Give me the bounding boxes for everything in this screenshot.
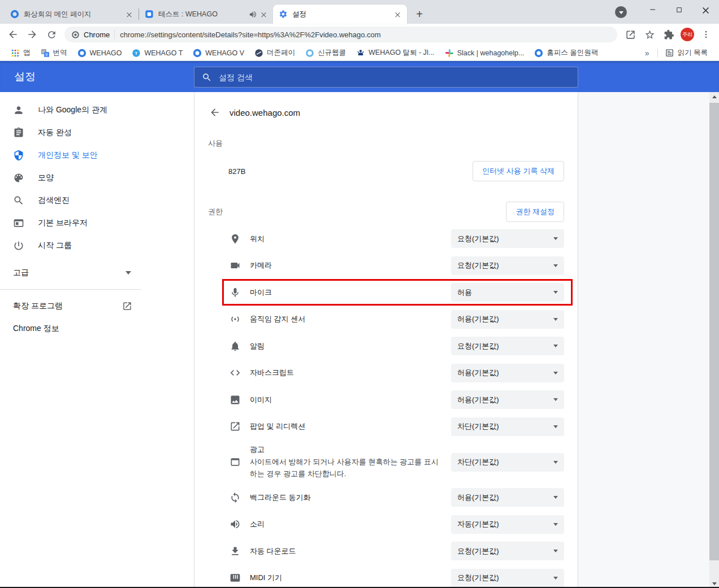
permission-row: 카메라요청(기본값) [208,252,564,280]
permission-select[interactable]: 차단(기본값) [451,453,564,472]
bookmark-item[interactable]: G文번역 [41,48,67,58]
permission-select[interactable]: 요청(기본값) [451,229,564,248]
permission-row: MIDI 기기요청(기본값) [208,565,564,588]
tab-1[interactable]: 화상회의 메인 페이지 [5,5,138,24]
permission-select[interactable]: 허용 [451,283,564,302]
bookmark-item[interactable]: 신규웹콜 [305,48,346,58]
reload-button[interactable] [43,26,60,43]
profile-avatar[interactable]: 주리 [681,28,694,41]
tab-close-icon[interactable] [258,9,268,19]
tab-title: 설정 [292,10,392,19]
chevron-down-icon [553,550,558,552]
permission-label: 움직임 감지 센서 [250,314,444,324]
bookmark-item[interactable]: 더존페이 [254,48,295,58]
scrollbar-thumb[interactable] [709,103,719,560]
puzzle-icon [664,29,674,40]
sidebar-item[interactable]: 자동 완성 [0,121,141,144]
back-button[interactable] [5,26,21,43]
bookmark-item[interactable]: WEHAGO 탈퇴 - JI... [356,48,435,58]
reset-permissions-button[interactable]: 권한 재설정 [506,202,564,222]
palette-icon [13,172,24,184]
permission-select[interactable]: 요청(기본값) [451,337,564,355]
person-icon [13,104,24,116]
bookmark-label: 번역 [53,48,67,58]
permission-text: 이미지 [250,395,451,405]
share-button[interactable] [622,26,639,43]
minimize-button[interactable] [639,0,666,19]
permission-label: 자바스크립트 [250,368,444,378]
permission-select[interactable]: 요청(기본값) [451,569,564,587]
settings-content: 나와 Google의 관계자동 완성개인정보 및 보안모양검색엔진기본 브라우저… [0,92,719,588]
permission-value: 요청(기본값) [457,260,499,271]
permission-value: 허용(기본값) [457,493,499,503]
permission-select[interactable]: 허용(기본값) [451,364,564,382]
sidebar-item-extensions[interactable]: 확장 프로그램 [0,295,141,317]
clear-data-button[interactable]: 인터넷 사용 기록 삭제 [473,161,564,181]
menu-button[interactable] [698,26,714,43]
sidebar-item[interactable]: 개인정보 및 보안 [0,144,141,167]
maximize-button[interactable] [666,0,692,19]
permission-label: 이미지 [250,395,444,405]
permission-select[interactable]: 자동(기본값) [451,515,564,534]
site-details-header: video.wehago.com [208,103,564,121]
extensions-button[interactable] [660,26,677,43]
chevron-down-icon [553,237,558,240]
permission-row: 움직임 감지 센서허용(기본값) [208,306,564,333]
permission-value: 허용(기본값) [457,395,499,405]
sidebar-item[interactable]: 모양 [0,167,141,189]
permission-label: 카메라 [250,260,444,271]
bookmark-item[interactable]: WEHAGO V [193,49,244,58]
permission-select[interactable]: 차단(기본값) [451,417,564,436]
apps-grid-icon [11,49,20,58]
bookmarks-overflow-button[interactable]: » [645,49,649,58]
permission-row: 이미지허용(기본값) [208,386,564,413]
permission-select[interactable]: 요청(기본값) [451,256,564,275]
forward-icon [27,29,38,40]
bookmark-star-button[interactable] [641,26,658,43]
close-window-button[interactable] [692,0,719,19]
tab-2[interactable]: 테스트 : WEHAGO [139,5,273,24]
svg-text:T: T [135,50,138,55]
permission-value: 자동(기본값) [457,519,499,529]
permission-label: 팝업 및 리디렉션 [250,421,444,432]
settings-search-box[interactable] [194,67,578,88]
sidebar-item[interactable]: 검색엔진 [0,189,141,212]
sidebar-item[interactable]: 시작 그룹 [0,234,141,257]
bookmark-item[interactable]: Slack | wehagohelp... [445,49,525,58]
bookmark-item[interactable]: TWEHAGO T [132,49,183,58]
reload-icon [46,29,57,40]
sidebar-item-label: 모양 [38,173,54,183]
reading-list-button[interactable]: 읽기 목록 [665,48,708,58]
bookmark-item[interactable]: 앱 [11,48,31,58]
kebab-menu-icon [701,29,711,40]
back-arrow-button[interactable] [208,106,222,119]
permission-select[interactable]: 허용(기본값) [451,488,564,507]
permission-select[interactable]: 허용(기본값) [451,310,564,329]
new-tab-button[interactable]: + [412,6,427,22]
forward-button[interactable] [24,26,41,43]
tab-close-icon[interactable] [392,9,402,19]
tab-close-icon[interactable] [124,9,134,19]
sidebar-item-label: 개인정보 및 보안 [38,150,98,160]
sidebar-item-about-chrome[interactable]: Chrome 정보 [0,317,141,340]
tab-search-button[interactable] [615,6,627,18]
bookmark-item[interactable]: 홈피스 올인원팩 [534,48,598,58]
bookmark-item[interactable]: WEHAGO [77,49,122,58]
permission-row: 위치요청(기본값) [208,225,564,252]
settings-search-input[interactable] [219,73,578,82]
tab-3[interactable]: 설정 [273,5,407,24]
midi-icon [229,572,241,583]
permission-label: 광고 [250,445,444,455]
sidebar-item-label: 자동 완성 [38,128,72,138]
scrollbar-up-arrow[interactable] [709,92,719,101]
scrollbar[interactable] [709,92,719,588]
sidebar-item-advanced[interactable]: 고급 [0,262,141,284]
sidebar-item[interactable]: 나와 Google의 관계 [0,99,141,121]
reading-list-icon [665,48,674,58]
permission-select[interactable]: 요청(기본값) [451,542,564,560]
permission-label: 소리 [250,519,444,529]
permission-select[interactable]: 허용(기본값) [451,390,564,409]
chevron-down-icon [553,291,558,294]
sidebar-item[interactable]: 기본 브라우저 [0,212,141,234]
address-bar[interactable]: Chrome chrome://settings/content/siteDet… [64,27,617,42]
